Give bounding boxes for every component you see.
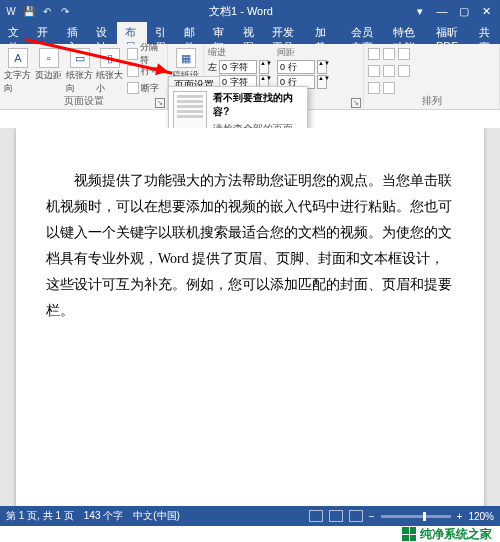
- paragraph-launcher[interactable]: ↘: [351, 98, 361, 108]
- spacing-before-input[interactable]: [277, 60, 315, 74]
- forward-icon: [368, 82, 380, 94]
- document-page[interactable]: 视频提供了功能强大的方法帮助您证明您的观点。当您单击联机视频时，可以在想要添加的…: [16, 128, 484, 506]
- size-button[interactable]: ▯纸张大小: [96, 46, 124, 95]
- btn-label: 文字方向: [4, 69, 32, 95]
- align-icon: [383, 82, 395, 94]
- text-direction-button[interactable]: A文字方向: [4, 46, 32, 95]
- btn-label: 页边距: [35, 69, 62, 82]
- indent-header: 缩进: [208, 46, 269, 59]
- send-backward-button[interactable]: [383, 46, 395, 62]
- zoom-level[interactable]: 120%: [468, 511, 494, 522]
- backward-icon: [383, 48, 395, 60]
- redo-icon[interactable]: ↷: [58, 4, 72, 18]
- watermark: 纯净系统之家: [0, 526, 500, 542]
- watermark-text: 纯净系统之家: [420, 526, 492, 543]
- view-read-icon[interactable]: [309, 510, 323, 522]
- manuscript-icon: ▦: [176, 48, 196, 68]
- document-area[interactable]: 视频提供了功能强大的方法帮助您证明您的观点。当您单击联机视频时，可以在想要添加的…: [0, 128, 500, 506]
- page-setup-launcher[interactable]: ↘: [155, 98, 165, 108]
- watermark-logo-icon: [402, 527, 416, 541]
- group-label: 排列: [364, 94, 499, 108]
- tab-insert[interactable]: 插入: [59, 22, 88, 44]
- zoom-slider[interactable]: [381, 515, 451, 518]
- minimize-button[interactable]: —: [432, 5, 452, 18]
- ribbon-tabs: 文件 开始 插入 设计 布局 引用 邮件 审阅 视图 开发工具 加载项 会员专享…: [0, 22, 500, 44]
- tab-developer[interactable]: 开发工具: [264, 22, 307, 44]
- btn-label: 断字: [141, 82, 159, 95]
- text-direction-icon: A: [8, 48, 28, 68]
- tab-foxit[interactable]: 福昕PDF: [428, 22, 471, 44]
- wrap-icon: [368, 65, 380, 77]
- rotate-icon: [398, 65, 410, 77]
- quick-access-toolbar: W 💾 ↶ ↷: [4, 4, 72, 18]
- tooltip-line1: 看不到要查找的内容?: [213, 91, 303, 119]
- status-language[interactable]: 中文(中国): [133, 509, 180, 523]
- tab-member[interactable]: 会员专享: [343, 22, 386, 44]
- tab-view[interactable]: 视图: [235, 22, 264, 44]
- rotate-button[interactable]: [398, 63, 410, 79]
- margins-button[interactable]: ▫页边距: [35, 46, 63, 82]
- word-icon: W: [4, 4, 18, 18]
- share-button[interactable]: 共享: [471, 22, 500, 44]
- tab-addins[interactable]: 加载项: [307, 22, 343, 44]
- stepper-icon[interactable]: ▲▼: [317, 60, 327, 74]
- tab-mailings[interactable]: 邮件: [176, 22, 205, 44]
- save-icon[interactable]: 💾: [22, 4, 36, 18]
- breaks-button[interactable]: 分隔符: [127, 46, 163, 62]
- lbl: 左: [208, 61, 217, 74]
- group-objects-button[interactable]: [398, 46, 410, 62]
- position-icon: [368, 48, 380, 60]
- selection-pane-button[interactable]: [383, 63, 395, 79]
- breaks-icon: [127, 48, 138, 60]
- group-label: 页面设置: [0, 94, 167, 108]
- wrap-button[interactable]: [368, 63, 380, 79]
- tab-design[interactable]: 设计: [88, 22, 117, 44]
- status-bar: 第 1 页, 共 1 页 143 个字 中文(中国) − + 120%: [0, 506, 500, 526]
- pane-icon: [383, 65, 395, 77]
- hyphen-icon: [127, 82, 139, 94]
- title-bar: W 💾 ↶ ↷ 文档1 - Word ▾ — ▢ ✕: [0, 0, 500, 22]
- indent-left[interactable]: 左▲▼: [208, 60, 269, 74]
- stepper-icon[interactable]: ▲▼: [259, 60, 269, 74]
- maximize-button[interactable]: ▢: [454, 5, 474, 18]
- position-button[interactable]: [368, 46, 380, 62]
- close-button[interactable]: ✕: [476, 5, 496, 18]
- body-paragraph[interactable]: 视频提供了功能强大的方法帮助您证明您的观点。当您单击联机视频时，可以在想要添加的…: [46, 168, 454, 324]
- tab-features[interactable]: 特色功能: [385, 22, 428, 44]
- group-icon: [398, 48, 410, 60]
- zoom-out-button[interactable]: −: [369, 511, 375, 522]
- indent-left-input[interactable]: [219, 60, 257, 74]
- margins-icon: ▫: [39, 48, 59, 68]
- btn-label: 纸张大小: [96, 69, 124, 95]
- zoom-in-button[interactable]: +: [457, 511, 463, 522]
- view-print-icon[interactable]: [329, 510, 343, 522]
- spacing-header: 间距: [277, 46, 327, 59]
- spacing-before[interactable]: ▲▼: [277, 60, 327, 74]
- undo-icon[interactable]: ↶: [40, 4, 54, 18]
- status-words[interactable]: 143 个字: [84, 509, 123, 523]
- status-page[interactable]: 第 1 页, 共 1 页: [6, 509, 74, 523]
- group-arrange: 排列: [364, 44, 500, 109]
- stepper-icon[interactable]: ▲▼: [317, 75, 327, 89]
- tab-review[interactable]: 审阅: [205, 22, 234, 44]
- window-controls: ▾ — ▢ ✕: [410, 5, 496, 18]
- ribbon-options-icon[interactable]: ▾: [410, 5, 430, 18]
- view-web-icon[interactable]: [349, 510, 363, 522]
- btn-label: 纸张方向: [66, 69, 94, 95]
- window-title: 文档1 - Word: [72, 4, 410, 19]
